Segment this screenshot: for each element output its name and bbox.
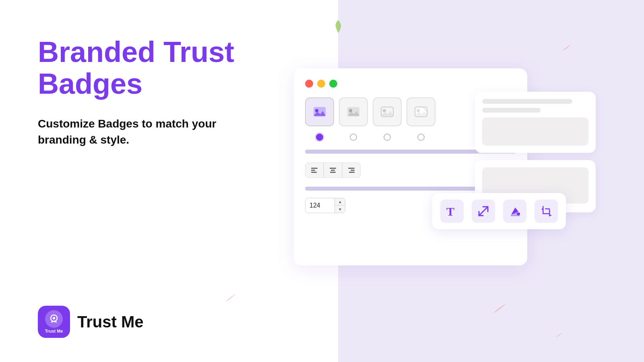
right-panel-card-top [475, 92, 596, 153]
resize-tool-button[interactable] [472, 200, 495, 223]
svg-rect-26 [542, 208, 543, 210]
svg-rect-11 [311, 170, 315, 171]
toolbar-card: T [432, 193, 566, 229]
leaf-pink-bottom-left-icon [225, 292, 237, 302]
page-title: Branded Trust Badges [38, 36, 247, 100]
svg-rect-21 [543, 206, 544, 214]
svg-rect-24 [545, 208, 550, 210]
fill-tool-button[interactable] [503, 200, 526, 223]
app-icon: Trust Me [38, 306, 70, 338]
logo-section: Trust Me Trust Me [38, 306, 143, 338]
leaf-pink-bottom-right-icon [492, 302, 507, 314]
app-icon-inner [45, 310, 63, 328]
rp-line-wide [482, 99, 572, 104]
traffic-light-red[interactable] [305, 80, 313, 88]
image-option-2[interactable] [339, 97, 368, 126]
image-option-3[interactable] [373, 97, 402, 126]
slider-2-fill [305, 187, 478, 191]
svg-point-1 [53, 317, 55, 319]
align-left-icon [310, 166, 318, 174]
svg-rect-18 [349, 172, 355, 173]
svg-point-7 [383, 109, 386, 112]
svg-rect-14 [331, 170, 335, 171]
svg-rect-10 [311, 168, 318, 169]
resize-tool-icon [477, 204, 490, 218]
fill-tool-icon [508, 204, 522, 218]
traffic-lights [305, 80, 516, 88]
align-right-button[interactable] [342, 162, 361, 178]
page-subtitle: Customize Badges to match your branding … [38, 116, 247, 147]
title-line1: Branded Trust [38, 36, 234, 68]
rp-line-narrow [482, 108, 541, 113]
traffic-light-yellow[interactable] [317, 80, 325, 88]
number-input[interactable] [305, 198, 335, 213]
image-option-1[interactable] [305, 97, 334, 126]
number-spinners: ▲ ▼ [335, 198, 345, 213]
svg-text:T: T [446, 205, 454, 218]
image-icon-4 [414, 105, 428, 119]
svg-point-3 [315, 109, 318, 112]
title-line2: Badges [38, 68, 142, 100]
radio-3[interactable] [384, 134, 391, 141]
align-center-icon [329, 166, 337, 174]
number-input-wrap: ▲ ▼ [305, 198, 345, 213]
svg-rect-25 [549, 215, 551, 216]
text-tool-icon: T [445, 204, 459, 218]
align-right-icon [347, 166, 355, 174]
app-name: Trust Me [77, 313, 143, 331]
svg-point-5 [349, 109, 352, 112]
crop-tool-button[interactable] [535, 200, 558, 223]
app-logo-icon [47, 313, 60, 325]
leaf-pink-top-right-icon [562, 43, 572, 51]
svg-rect-17 [351, 170, 355, 171]
svg-rect-13 [330, 168, 336, 169]
image-icon-3 [380, 105, 394, 119]
svg-rect-22 [543, 213, 550, 214]
image-option-4[interactable] [407, 97, 436, 126]
radio-1[interactable] [316, 134, 323, 141]
radio-2[interactable] [350, 134, 357, 141]
radio-item-2 [339, 134, 368, 141]
svg-point-9 [417, 109, 420, 112]
radio-4[interactable] [417, 134, 425, 141]
slider-1-fill [305, 150, 478, 154]
text-tool-button[interactable]: T [440, 200, 464, 223]
radio-item-4 [407, 134, 436, 141]
leaf-green-icon [332, 19, 344, 34]
spinner-down[interactable]: ▼ [335, 206, 345, 213]
rp-block-top [482, 117, 588, 146]
leaf-pink-br2-icon [555, 331, 564, 338]
spinner-up[interactable]: ▲ [335, 198, 345, 206]
align-left-button[interactable] [305, 162, 324, 178]
svg-rect-16 [348, 168, 355, 169]
image-icon-1 [312, 105, 327, 119]
radio-item-3 [373, 134, 402, 141]
image-icon-2 [346, 105, 361, 119]
app-logo-label: Trust Me [45, 329, 63, 333]
align-center-button[interactable] [324, 162, 342, 178]
svg-rect-15 [330, 172, 336, 173]
traffic-light-green[interactable] [329, 80, 337, 88]
radio-item-1 [305, 134, 334, 141]
crop-tool-icon [539, 204, 553, 218]
left-content: Branded Trust Badges Customize Badges to… [38, 36, 247, 148]
svg-rect-12 [311, 172, 317, 173]
